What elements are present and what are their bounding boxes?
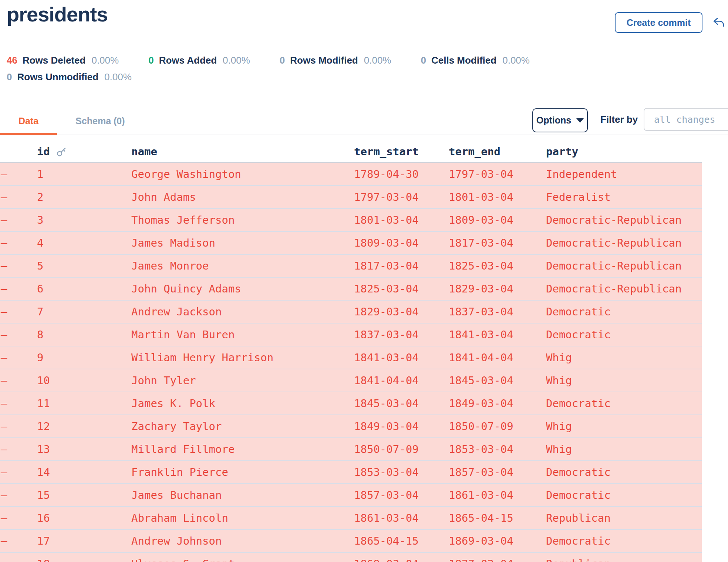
row-deleted-marker: –: [0, 466, 37, 478]
row-deleted-marker: –: [0, 214, 37, 226]
cell-term-end: 1869-03-04: [449, 535, 546, 547]
cell-term-end: 1797-03-04: [449, 168, 546, 180]
row-deleted-marker: –: [0, 237, 37, 249]
reply-arrow-icon: [712, 24, 725, 30]
row-deleted-marker: –: [0, 305, 37, 318]
cell-term-end: 1841-04-04: [449, 351, 546, 364]
cell-id: 12: [37, 420, 131, 433]
options-button[interactable]: Options: [532, 108, 588, 132]
cell-term-start: 1789-04-30: [354, 168, 449, 180]
stat-label: Cells Modified: [431, 55, 496, 66]
row-deleted-marker: –: [0, 397, 37, 410]
cell-term-start: 1853-03-04: [354, 466, 449, 478]
cell-party: Democratic-Republican: [546, 237, 702, 249]
filter-changes-input[interactable]: [644, 108, 728, 131]
stat-value: 0: [280, 55, 285, 66]
cell-party: Democratic-Republican: [546, 260, 702, 272]
tab-data[interactable]: Data: [0, 107, 57, 135]
cell-party: Whig: [546, 420, 702, 433]
create-commit-button[interactable]: Create commit: [615, 12, 702, 33]
row-deleted-marker: –: [0, 282, 37, 295]
stat-value: 0: [148, 55, 154, 66]
cell-term-end: 1825-03-04: [449, 260, 546, 272]
cell-name: William Henry Harrison: [131, 351, 354, 364]
undo-button[interactable]: [712, 16, 726, 30]
table-row: –13Millard Fillmore1850-07-091853-03-04W…: [0, 438, 702, 461]
table-row: –17Andrew Johnson1865-04-151869-03-04Dem…: [0, 530, 702, 553]
cell-name: Millard Fillmore: [131, 443, 354, 456]
stat-label: Rows Modified: [290, 55, 358, 66]
stat-percentage: 0.00%: [223, 55, 250, 66]
table-row: –15James Buchanan1857-03-041861-03-04Dem…: [0, 484, 702, 507]
cell-party: Democratic: [546, 397, 702, 410]
table-row: –6John Quincy Adams1825-03-041829-03-04D…: [0, 278, 702, 301]
row-deleted-marker: –: [0, 191, 37, 203]
stat-label: Rows Unmodified: [17, 71, 98, 83]
cell-name: John Quincy Adams: [131, 282, 354, 295]
active-tab-underline: [0, 133, 57, 135]
diff-page: presidents Create commit 46Rows Deleted0…: [0, 0, 728, 562]
diff-stats: 46Rows Deleted0.00%0Rows Added0.00%0Rows…: [7, 55, 576, 83]
cell-term-end: 1801-03-04: [449, 191, 546, 203]
row-deleted-marker: –: [0, 168, 37, 180]
cell-term-end: 1809-03-04: [449, 214, 546, 226]
diff-table: id name term_start term_end party –1Geor…: [0, 140, 702, 562]
cell-id: 8: [37, 328, 131, 341]
cell-id: 6: [37, 282, 131, 295]
table-row: –4James Madison1809-03-041817-03-04Democ…: [0, 232, 702, 255]
table-row: –12Zachary Taylor1849-03-041850-07-09Whi…: [0, 415, 702, 438]
cell-name: Abraham Lincoln: [131, 512, 354, 524]
cell-id: 10: [37, 374, 131, 387]
stat-rows-modified: 0Rows Modified0.00%: [280, 55, 391, 66]
filter-by-label: Filter by: [600, 114, 638, 125]
cell-name: John Adams: [131, 191, 354, 203]
cell-id: 17: [37, 535, 131, 547]
table-row: –7Andrew Jackson1829-03-041837-03-04Demo…: [0, 301, 702, 324]
cell-id: 13: [37, 443, 131, 456]
cell-name: James Buchanan: [131, 489, 354, 501]
cell-term-end: 1877-03-04: [449, 558, 546, 562]
row-deleted-marker: –: [0, 328, 37, 341]
table-row: –14Franklin Pierce1853-03-041857-03-04De…: [0, 461, 702, 484]
cell-id: 3: [37, 214, 131, 226]
cell-term-start: 1857-03-04: [354, 489, 449, 501]
cell-term-end: 1861-03-04: [449, 489, 546, 501]
column-header-term-end: term_end: [449, 145, 546, 158]
cell-term-end: 1837-03-04: [449, 305, 546, 318]
table-row: –1George Washington1789-04-301797-03-04I…: [0, 163, 702, 186]
row-deleted-marker: –: [0, 535, 37, 547]
cell-term-start: 1850-07-09: [354, 443, 449, 456]
cell-name: Ulysses S. Grant: [131, 558, 354, 562]
cell-name: James K. Polk: [131, 397, 354, 410]
stat-percentage: 0.00%: [91, 55, 119, 66]
cell-id: 15: [37, 489, 131, 501]
cell-id: 14: [37, 466, 131, 478]
table-row: –10John Tyler1841-04-041845-03-04Whig: [0, 369, 702, 392]
cell-party: Democratic-Republican: [546, 282, 702, 295]
cell-term-start: 1809-03-04: [354, 237, 449, 249]
cell-term-start: 1849-03-04: [354, 420, 449, 433]
stat-label: Rows Deleted: [23, 55, 86, 66]
row-deleted-marker: –: [0, 489, 37, 501]
cell-term-end: 1853-03-04: [449, 443, 546, 456]
cell-id: 7: [37, 305, 131, 318]
cell-id: 9: [37, 351, 131, 364]
cell-party: Republican: [546, 558, 702, 562]
cell-term-start: 1797-03-04: [354, 191, 449, 203]
table-header-row: id name term_start term_end party: [0, 140, 702, 163]
row-deleted-marker: –: [0, 351, 37, 364]
table-row: –2John Adams1797-03-041801-03-04Federali…: [0, 186, 702, 209]
row-deleted-marker: –: [0, 260, 37, 272]
cell-name: Martin Van Buren: [131, 328, 354, 341]
cell-party: Democratic: [546, 328, 702, 341]
cell-term-start: 1845-03-04: [354, 397, 449, 410]
cell-party: Democratic: [546, 466, 702, 478]
cell-name: Andrew Johnson: [131, 535, 354, 547]
cell-term-end: 1841-03-04: [449, 328, 546, 341]
cell-id: 18: [37, 558, 131, 562]
cell-party: Republican: [546, 512, 702, 524]
column-header-id: id: [37, 145, 131, 158]
cell-term-end: 1845-03-04: [449, 374, 546, 387]
cell-term-start: 1869-03-04: [354, 558, 449, 562]
tab-schema[interactable]: Schema (0): [57, 107, 143, 135]
